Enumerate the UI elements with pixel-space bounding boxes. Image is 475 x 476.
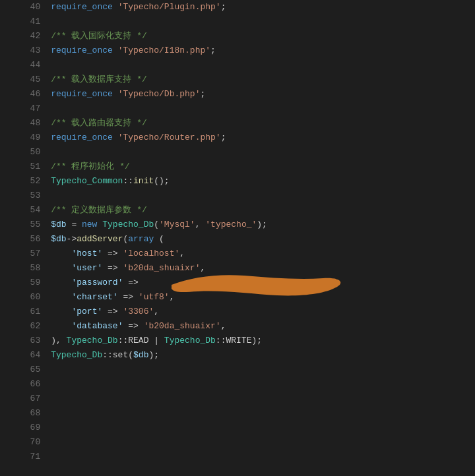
code-token: Typecho_Db (51, 350, 102, 360)
table-row: 63), Typecho_Db::READ | Typecho_Db::WRIT… (0, 334, 475, 348)
code-token: :: (123, 176, 133, 186)
line-number: 46 (0, 87, 48, 102)
line-content (48, 15, 475, 29)
line-number: 59 (0, 276, 48, 290)
code-token: require_once (51, 45, 113, 55)
code-token: ::READ | (118, 336, 164, 345)
code-token: new (82, 220, 97, 229)
code-token (51, 249, 71, 258)
code-token: 'user' (71, 263, 102, 273)
line-content: 'database' => 'b20da_shuaixr', (48, 319, 475, 334)
code-token: 'Typecho/Router.php' (118, 133, 221, 142)
table-row: 45/** 载入数据库支持 */ (0, 73, 475, 87)
code-token: -> (67, 234, 77, 244)
line-number: 67 (0, 392, 48, 406)
code-token: addServer (77, 234, 123, 244)
line-content (48, 392, 475, 406)
line-content: $db = new Typecho_Db('Mysql', 'typecho_'… (48, 218, 475, 232)
code-token: , (200, 263, 205, 273)
table-row: 70 (0, 435, 475, 450)
code-token: require_once (51, 133, 113, 142)
table-row: 48/** 载入路由器支持 */ (0, 116, 475, 131)
code-token: (); (154, 176, 169, 186)
table-row: 58 'user' => 'b20da_shuaixr', (0, 261, 475, 276)
line-number: 40 (0, 0, 48, 15)
code-token: 'b20da_shuaixr' (144, 321, 221, 331)
code-token: require_once (51, 2, 113, 12)
code-token: /** 载入数据库支持 */ (51, 74, 147, 84)
code-token: Typecho_Common (51, 176, 123, 186)
line-number: 62 (0, 319, 48, 334)
code-token: Typecho_Db (102, 220, 154, 229)
code-token (113, 2, 118, 12)
line-number: 50 (0, 145, 48, 160)
code-token: 'host' (71, 249, 102, 258)
code-token: => (123, 321, 143, 331)
table-row: 61 'port' => '3306', (0, 305, 475, 319)
code-token: 'Typecho/I18n.php' (118, 45, 210, 55)
code-token: , (195, 220, 206, 229)
code-token: 'Mysql' (159, 220, 195, 229)
code-token: 'charset' (71, 292, 117, 302)
line-number: 64 (0, 348, 48, 363)
code-token (113, 45, 118, 55)
code-token: ); (257, 220, 267, 229)
code-token (113, 89, 118, 99)
code-token: => (118, 292, 139, 302)
code-token: require_once (51, 89, 113, 99)
line-number: 70 (0, 435, 48, 450)
table-row: 52Typecho_Common::init(); (0, 174, 475, 189)
line-number: 48 (0, 116, 48, 131)
table-row: 66 (0, 377, 475, 392)
code-token: 'Typecho/Plugin.php' (118, 2, 221, 12)
line-content: require_once 'Typecho/I18n.php'; (48, 44, 475, 58)
line-number: 43 (0, 44, 48, 58)
line-content (48, 435, 475, 450)
line-content: Typecho_Db::set($db); (48, 348, 475, 363)
code-token: ::set( (102, 350, 133, 360)
table-row: 51/** 程序初始化 */ (0, 160, 475, 174)
table-row: 56$db->addServer(array ( (0, 232, 475, 247)
code-token: $db (51, 234, 66, 244)
line-number: 57 (0, 247, 48, 261)
code-token (51, 278, 71, 287)
line-number: 53 (0, 189, 48, 203)
line-number: 61 (0, 305, 48, 319)
line-content (48, 377, 475, 392)
code-token: => (102, 263, 123, 273)
code-token: ( (154, 234, 164, 244)
table-row: 46require_once 'Typecho/Db.php'; (0, 87, 475, 102)
code-token: /** 程序初始化 */ (51, 162, 130, 171)
table-row: 41 (0, 15, 475, 29)
line-number: 44 (0, 58, 48, 73)
table-row: 71 (0, 450, 475, 464)
code-token: => (102, 307, 123, 316)
code-token: /** 定义数据库参数 */ (51, 205, 147, 215)
table-row: 57 'host' => 'localhost', (0, 247, 475, 261)
line-number: 45 (0, 73, 48, 87)
code-token: , (170, 292, 175, 302)
code-token: ); (148, 350, 159, 360)
line-content (48, 145, 475, 160)
line-content (48, 102, 475, 116)
line-content: 'password' => (48, 276, 475, 290)
line-content (48, 450, 475, 464)
table-row: 42/** 载入国际化支持 */ (0, 29, 475, 44)
line-content: 'host' => 'localhost', (48, 247, 475, 261)
code-token: Typecho_Db (67, 336, 118, 345)
code-token: 'password' (71, 278, 123, 287)
line-number: 63 (0, 334, 48, 348)
code-token: ; (221, 2, 226, 12)
line-content: /** 载入路由器支持 */ (48, 116, 475, 131)
line-content: 'port' => '3306', (48, 305, 475, 319)
code-token: /** 载入路由器支持 */ (51, 118, 147, 128)
table-row: 55$db = new Typecho_Db('Mysql', 'typecho… (0, 218, 475, 232)
table-row: 40require_once 'Typecho/Plugin.php'; (0, 0, 475, 15)
line-number: 41 (0, 15, 48, 29)
line-content (48, 421, 475, 435)
code-token: ::WRITE); (216, 336, 262, 345)
code-table: 40require_once 'Typecho/Plugin.php';41 4… (0, 0, 475, 464)
table-row: 69 (0, 421, 475, 435)
line-content (48, 406, 475, 421)
line-content: /** 载入国际化支持 */ (48, 29, 475, 44)
